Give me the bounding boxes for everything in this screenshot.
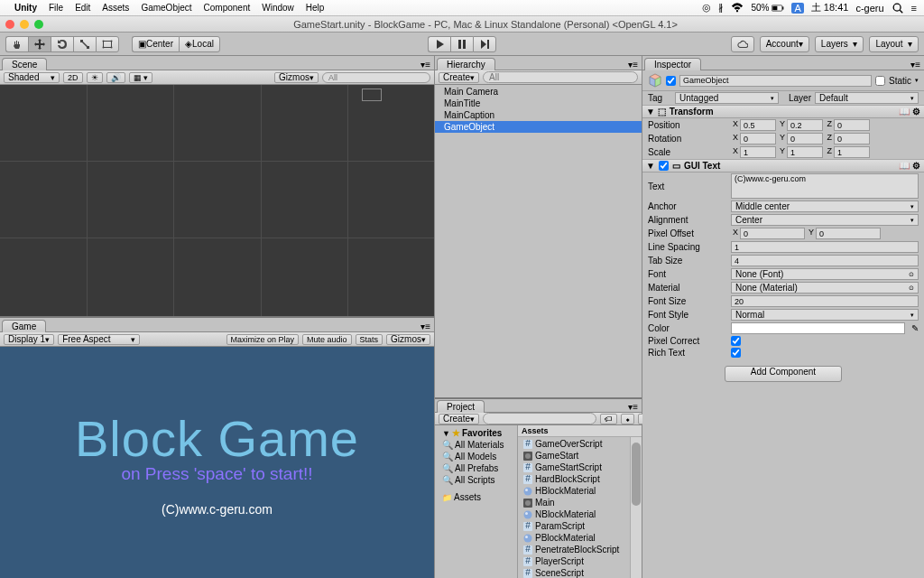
- pivot-local-button[interactable]: ◈ Local: [179, 36, 220, 52]
- tab-game[interactable]: Game: [2, 320, 46, 332]
- user-name[interactable]: c-geru: [855, 3, 883, 14]
- favorite-item[interactable]: 🔍All Scripts: [435, 474, 517, 486]
- scene-view[interactable]: [0, 85, 434, 316]
- rotation-x[interactable]: [740, 133, 776, 144]
- maximize-toggle[interactable]: Maximize on Play: [226, 334, 300, 345]
- search-filter-icon[interactable]: 🏷: [600, 414, 617, 424]
- favorites-header[interactable]: ▼★Favorites: [435, 427, 517, 439]
- richtext-checkbox[interactable]: [731, 348, 741, 358]
- traffic-lights[interactable]: [5, 20, 43, 29]
- gear-icon[interactable]: ⚙: [912, 161, 920, 171]
- clock[interactable]: 土 18:41: [811, 1, 849, 14]
- bluetooth-icon[interactable]: ∦: [718, 2, 724, 14]
- anchor-dropdown[interactable]: Middle center▾: [731, 200, 919, 212]
- asset-item[interactable]: #SceneScript: [518, 567, 642, 578]
- project-folders[interactable]: ▼★Favorites 🔍All Materials 🔍All Models 🔍…: [435, 425, 518, 578]
- add-component-button[interactable]: Add Component: [725, 366, 842, 382]
- linespacing-field[interactable]: [731, 241, 919, 253]
- menu-app[interactable]: Unity: [14, 3, 37, 13]
- battery-indicator[interactable]: 50%: [751, 2, 784, 14]
- material-field[interactable]: None (Material)⊙: [731, 282, 919, 294]
- menu-file[interactable]: File: [49, 3, 63, 13]
- hierarchy-item[interactable]: MainCaption: [435, 109, 642, 121]
- asset-item[interactable]: #PlayerScript: [518, 555, 642, 567]
- gameobject-name-field[interactable]: [679, 75, 872, 87]
- tag-dropdown[interactable]: Untagged▾: [675, 92, 779, 104]
- ime-indicator[interactable]: A: [791, 3, 803, 14]
- eyedropper-icon[interactable]: ✎: [911, 323, 919, 333]
- lighting-toggle[interactable]: ☀: [87, 72, 103, 83]
- asset-item[interactable]: #GameStartScript: [518, 461, 642, 473]
- asset-item[interactable]: #GameOverScript: [518, 438, 642, 450]
- asset-item[interactable]: Main: [518, 497, 642, 508]
- fontsize-field[interactable]: [731, 295, 919, 307]
- menu-help[interactable]: Help: [306, 3, 325, 13]
- position-y[interactable]: [787, 119, 823, 131]
- project-create-dropdown[interactable]: Create ▾: [439, 414, 479, 424]
- hierarchy-list[interactable]: Main Camera MainTitle MainCaption GameOb…: [435, 85, 642, 397]
- static-checkbox[interactable]: [875, 76, 885, 86]
- rotate-tool[interactable]: [51, 36, 73, 52]
- maximize-icon[interactable]: [34, 20, 43, 29]
- scale-tool[interactable]: [73, 36, 96, 52]
- panel-menu-icon[interactable]: ▾≡: [910, 60, 920, 70]
- panel-menu-icon[interactable]: ▾≡: [420, 60, 430, 70]
- menu-edit[interactable]: Edit: [75, 3, 90, 13]
- position-x[interactable]: [740, 119, 776, 131]
- move-tool[interactable]: [28, 36, 51, 52]
- pivot-center-button[interactable]: ▣ Center: [132, 36, 179, 52]
- account-dropdown[interactable]: Account ▾: [760, 36, 809, 52]
- font-field[interactable]: None (Font)⊙: [731, 268, 919, 280]
- notifications-icon[interactable]: ≡: [911, 3, 917, 14]
- panel-menu-icon[interactable]: ▾≡: [628, 60, 638, 70]
- tab-scene[interactable]: Scene: [2, 58, 47, 70]
- cloud-icon[interactable]: ◎: [702, 2, 711, 14]
- close-icon[interactable]: [5, 20, 14, 29]
- display-dropdown[interactable]: Display 1 ▾: [4, 334, 54, 345]
- hierarchy-create-dropdown[interactable]: Create ▾: [439, 72, 479, 83]
- color-field[interactable]: [731, 322, 905, 334]
- guitext-enabled-checkbox[interactable]: [659, 161, 669, 171]
- asset-item[interactable]: PBlockMaterial: [518, 532, 642, 544]
- tab-project[interactable]: Project: [437, 400, 485, 413]
- asset-item[interactable]: GameStart: [518, 450, 642, 461]
- assets-breadcrumb[interactable]: Assets: [518, 425, 642, 437]
- pause-button[interactable]: [450, 36, 473, 52]
- layers-dropdown[interactable]: Layers ▾: [815, 36, 864, 52]
- favorite-item[interactable]: 🔍All Prefabs: [435, 462, 517, 474]
- audio-toggle[interactable]: 🔊: [106, 72, 125, 83]
- rect-tool[interactable]: [96, 36, 119, 52]
- tab-hierarchy[interactable]: Hierarchy: [437, 58, 495, 70]
- layer-dropdown[interactable]: Default▾: [815, 92, 919, 104]
- pixeloffset-y[interactable]: [816, 228, 881, 239]
- game-gizmos-dropdown[interactable]: Gizmos ▾: [386, 334, 430, 345]
- pixelcorrect-checkbox[interactable]: [731, 336, 741, 346]
- favorite-item[interactable]: 🔍All Materials: [435, 439, 517, 451]
- aspect-dropdown[interactable]: Free Aspect ▾: [58, 334, 140, 345]
- menu-window[interactable]: Window: [262, 3, 294, 13]
- menu-component[interactable]: Component: [204, 3, 251, 13]
- shaded-dropdown[interactable]: Shaded ▾: [4, 72, 60, 83]
- hierarchy-item[interactable]: MainTitle: [435, 98, 642, 109]
- scrollbar[interactable]: [630, 437, 642, 578]
- assets-folder[interactable]: 📁 Assets: [435, 491, 517, 503]
- layout-dropdown[interactable]: Layout ▾: [869, 36, 919, 52]
- search-type-icon[interactable]: ⬥: [621, 414, 634, 424]
- rotation-z[interactable]: [834, 133, 870, 144]
- minimize-icon[interactable]: [20, 20, 29, 29]
- step-button[interactable]: [473, 36, 496, 52]
- panel-menu-icon[interactable]: ▾≡: [628, 402, 638, 412]
- scroll-thumb[interactable]: [632, 443, 641, 506]
- transform-header[interactable]: ▼ ⬚ Transform📖⚙: [642, 105, 924, 118]
- hierarchy-item[interactable]: GameObject: [435, 121, 642, 133]
- play-button[interactable]: [428, 36, 450, 52]
- asset-item[interactable]: HBlockMaterial: [518, 485, 642, 497]
- asset-item[interactable]: #PenetrateBlockScript: [518, 544, 642, 555]
- position-z[interactable]: [834, 119, 870, 131]
- cloud-button[interactable]: [731, 36, 754, 52]
- menu-assets[interactable]: Assets: [102, 3, 129, 13]
- asset-item[interactable]: #ParamScript: [518, 520, 642, 532]
- hand-tool[interactable]: [5, 36, 28, 52]
- hierarchy-item[interactable]: Main Camera: [435, 86, 642, 98]
- gizmos-dropdown[interactable]: Gizmos ▾: [274, 72, 319, 83]
